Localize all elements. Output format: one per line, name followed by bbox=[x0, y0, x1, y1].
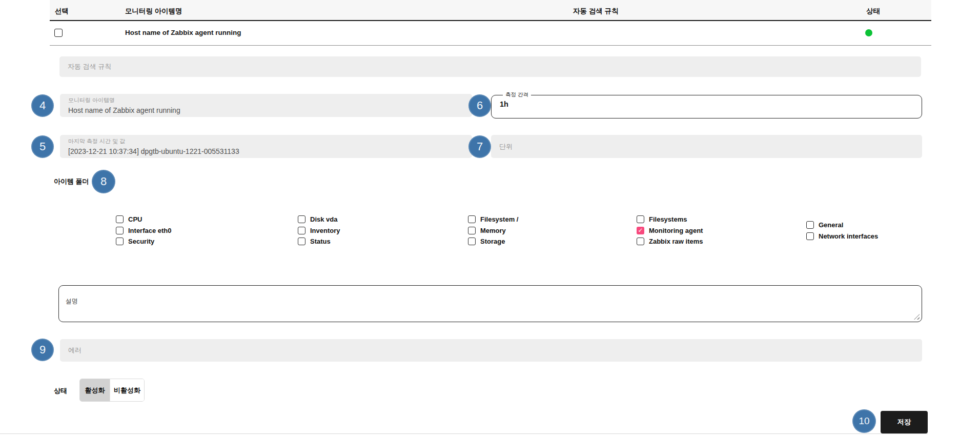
interval-label: 측정 간격 bbox=[503, 91, 531, 98]
column-header-discovery-rule: 자동 검색 규칙 bbox=[573, 7, 619, 16]
column-header-select: 선택 bbox=[55, 7, 69, 16]
checkbox-icon[interactable] bbox=[298, 215, 305, 223]
item-name-field: 모니터링 아이템명 Host name of Zabbix agent runn… bbox=[60, 94, 472, 117]
unit-label: 단위 bbox=[499, 142, 513, 151]
row-select-checkbox[interactable] bbox=[54, 29, 63, 37]
status-dot-icon bbox=[865, 29, 872, 36]
status-label: 상태 bbox=[54, 386, 67, 396]
unit-field: 단위 bbox=[491, 135, 922, 158]
folder-checkbox-memory[interactable]: Memory bbox=[468, 227, 506, 234]
checkbox-icon[interactable] bbox=[468, 215, 476, 223]
checkbox-icon[interactable] bbox=[298, 238, 305, 245]
folder-checkbox-status[interactable]: Status bbox=[298, 238, 331, 245]
checkbox-checked-icon[interactable]: ✓ bbox=[637, 227, 644, 234]
last-measured-field: 마지막 측정 시간 및 값 [2023-12-21 10:37:34] dpgt… bbox=[60, 135, 472, 158]
save-button[interactable]: 저장 bbox=[881, 411, 928, 433]
annotation-circle-7: 7 bbox=[468, 135, 491, 158]
folder-checkbox-cpu[interactable]: CPU bbox=[116, 215, 142, 223]
folder-checkbox-monitoring-agent[interactable]: ✓ Monitoring agent bbox=[637, 227, 703, 234]
annotation-circle-6: 6 bbox=[468, 94, 491, 117]
annotation-circle-9: 9 bbox=[31, 339, 54, 361]
last-measured-label: 마지막 측정 시간 및 값 bbox=[68, 137, 472, 145]
folder-checkbox-zabbix-raw-items[interactable]: Zabbix raw items bbox=[637, 238, 703, 245]
last-measured-value: [2023-12-21 10:37:34] dpgtb-ubuntu-1221-… bbox=[68, 147, 472, 155]
discovery-rule-label: 자동 검색 규칙 bbox=[68, 62, 111, 71]
column-header-status: 상태 bbox=[866, 7, 880, 16]
checkbox-icon[interactable] bbox=[116, 238, 124, 245]
status-disabled-button[interactable]: 비활성화 bbox=[110, 379, 144, 401]
item-name-label: 모니터링 아이템명 bbox=[68, 96, 472, 104]
table-row: Host name of Zabbix agent running bbox=[50, 22, 931, 46]
folder-checkbox-general[interactable]: General bbox=[806, 221, 843, 229]
folder-checkbox-filesystems[interactable]: Filesystems bbox=[637, 215, 687, 223]
description-label: 설명 bbox=[66, 298, 78, 305]
error-label: 에러 bbox=[68, 346, 81, 355]
annotation-circle-4: 4 bbox=[31, 94, 54, 117]
discovery-rule-field: 자동 검색 규칙 bbox=[59, 56, 921, 77]
column-header-item-name: 모니터링 아이템명 bbox=[125, 7, 182, 16]
interval-field[interactable]: 측정 간격 1h bbox=[491, 91, 922, 118]
folder-checkbox-network-interfaces[interactable]: Network interfaces bbox=[806, 232, 878, 240]
folder-checkbox-security[interactable]: Security bbox=[116, 238, 154, 245]
folder-checkbox-interface-eth0[interactable]: Interface eth0 bbox=[116, 227, 172, 234]
status-enabled-button[interactable]: 활성화 bbox=[80, 379, 110, 401]
checkbox-icon[interactable] bbox=[468, 238, 476, 245]
status-toggle-group: 활성화 비활성화 bbox=[79, 379, 145, 402]
checkbox-icon[interactable] bbox=[116, 227, 124, 234]
checkbox-icon[interactable] bbox=[637, 238, 644, 245]
page-bottom-divider bbox=[0, 433, 928, 434]
row-item-name: Host name of Zabbix agent running bbox=[125, 29, 241, 36]
description-textarea[interactable]: 설명 bbox=[58, 285, 922, 322]
checkbox-icon[interactable] bbox=[637, 215, 644, 223]
error-field: 에러 bbox=[60, 339, 922, 362]
item-name-value: Host name of Zabbix agent running bbox=[68, 106, 472, 114]
interval-value: 1h bbox=[500, 100, 922, 108]
resize-handle-icon[interactable] bbox=[914, 314, 920, 320]
checkbox-icon[interactable] bbox=[468, 227, 476, 234]
checkbox-icon[interactable] bbox=[806, 221, 814, 229]
checkbox-icon[interactable] bbox=[116, 215, 124, 223]
items-table-header: 선택 모니터링 아이템명 자동 검색 규칙 상태 bbox=[50, 0, 931, 21]
folder-checkbox-inventory[interactable]: Inventory bbox=[298, 227, 340, 234]
annotation-circle-8: 8 bbox=[92, 170, 115, 193]
folder-checkbox-disk-vda[interactable]: Disk vda bbox=[298, 215, 337, 223]
annotation-circle-10: 10 bbox=[852, 409, 876, 433]
item-folder-label: 아이템 폴더 bbox=[54, 177, 89, 186]
annotation-circle-5: 5 bbox=[31, 135, 54, 158]
folder-checkbox-storage[interactable]: Storage bbox=[468, 238, 505, 245]
checkbox-icon[interactable] bbox=[298, 227, 305, 234]
checkbox-icon[interactable] bbox=[806, 232, 814, 240]
folder-checkbox-filesystem-root[interactable]: Filesystem / bbox=[468, 215, 518, 223]
